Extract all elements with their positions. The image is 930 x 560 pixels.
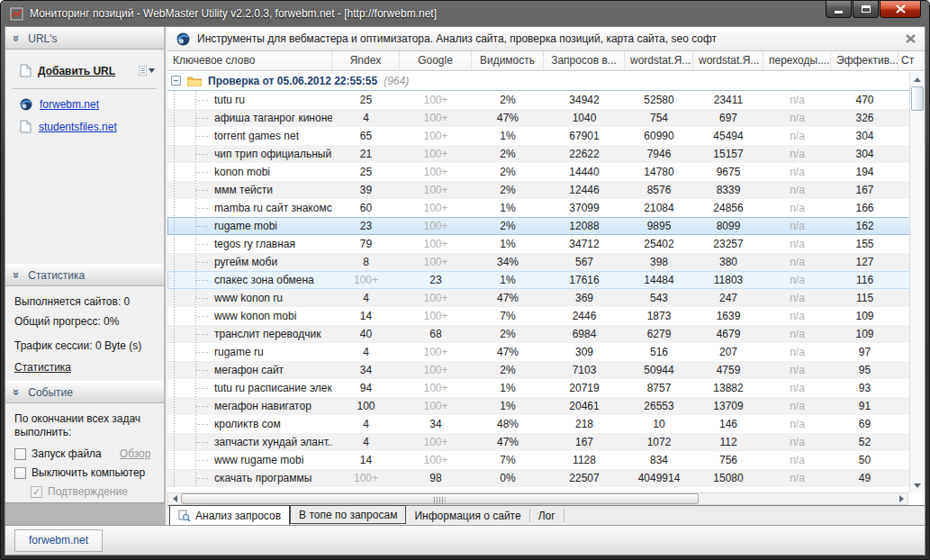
column-header[interactable]: Яndex [332,51,400,70]
table-row[interactable]: tegos ry главная79100+1%347122540223257n… [167,235,925,253]
titlebar[interactable]: Мониторинг позиций - WebMaster Utility v… [1,1,929,26]
value-cell: 95 [831,361,898,379]
urls-section-body: Добавить URL [5,50,164,264]
vertical-scroll-thumb[interactable] [911,86,924,111]
scroll-left-button[interactable] [168,493,181,504]
value-cell: 516 [625,343,693,361]
tab-site-info[interactable]: Информация о сайте [406,509,529,522]
table-row[interactable]: мегафон сайт34100+2%7103509444759n/a95 [167,361,925,379]
url-list-item[interactable]: studentsfiles.net [20,120,164,133]
value-cell: 115 [831,289,898,307]
maximize-button[interactable] [853,1,879,18]
table-row[interactable]: rugame ru4100+47%309516207n/a97 [167,343,925,361]
minimize-button[interactable] [826,1,852,18]
value-cell: 25 [332,163,400,181]
collapse-group-button[interactable]: − [171,76,181,86]
tab-query-analysis[interactable]: Анализ запросов [169,505,290,525]
value-cell: 100+ [332,469,400,487]
column-header[interactable]: Google [400,51,472,70]
table-row[interactable]: mamba ru сайт знакомств60100+1%370992108… [167,199,925,217]
column-header[interactable]: переходы.... [763,51,831,70]
events-section-header[interactable]: » Событие [5,381,164,403]
table-row[interactable]: афиша таганрог кинонео4100+47%1040754697… [167,109,925,127]
value-cell: 69 [831,415,898,433]
table-row[interactable]: мегафон навигатор100100+1%20461265531370… [167,397,925,415]
table-row[interactable]: ругейм моби8100+34%567398380n/a127 [167,253,925,271]
table-row[interactable]: rugame mobi23100+2%1208898958099n/a162 [167,217,925,235]
value-cell: 2% [472,145,544,163]
value-cell: 9675 [693,163,763,181]
value-cell: 100+ [400,217,472,235]
value-cell: n/a [763,361,831,379]
url-link[interactable]: forwebm.net [40,98,99,111]
value-cell: 15080 [693,469,763,487]
column-header[interactable]: Видимость [472,51,544,70]
shutdown-checkbox[interactable] [14,467,26,479]
column-header[interactable]: Запросов в... [544,51,625,70]
column-header[interactable]: wordstat.Я... [625,51,693,70]
value-cell: 100+ [400,379,472,397]
tab-top-by-queries[interactable]: В топе по запросам [290,505,406,524]
statusbar: forwebm.net [5,525,925,555]
value-cell: 834 [625,451,693,469]
table-row[interactable]: спакес зона обмена100+231%17616144841180… [167,271,925,289]
scroll-down-button[interactable] [910,479,925,492]
table-row[interactable]: konon mobi25100+2%14440147809675n/a194 [167,163,925,181]
keyword-cell: www konon mobi [167,307,332,325]
stat-session-traffic: Трафик сессии: 0 Byte (s) [14,339,164,352]
globe-swirl-icon [176,32,190,46]
column-header[interactable]: Ключевое слово [167,51,332,70]
column-header[interactable]: Эффектив... [831,51,898,70]
table-row[interactable]: транслит переводчик40682%698462794679n/a… [167,325,925,343]
table-row[interactable]: tutu ru расписание элек...94100+1%207198… [167,379,925,397]
statistics-link[interactable]: Статистика [14,361,71,374]
tree-connector-icon [196,442,208,443]
table-row[interactable]: ммм тейсти39100+2%1244685768339n/a167 [167,181,925,199]
value-cell: 567 [544,253,625,271]
status-site-tab[interactable]: forwebm.net [14,529,103,552]
horizontal-scrollbar[interactable] [167,492,908,505]
stats-section-header[interactable]: » Статистика [5,264,164,286]
table-row[interactable]: чип трип официальный...21100+2%226227946… [167,145,925,163]
value-cell: 34 [400,415,472,433]
close-window-button[interactable] [880,1,921,18]
left-arrow-icon [173,495,177,502]
scroll-right-button[interactable] [895,493,907,504]
table-row[interactable]: www rugame mobi14100+7%1128834756n/a50 [167,451,925,469]
add-url-menu-button[interactable] [139,66,155,76]
run-file-label: Запуск файла [32,447,102,460]
value-cell: 37099 [544,199,625,217]
keyword-cell: tutu ru [167,91,332,109]
tree-connector-icon [196,298,208,299]
table-row[interactable]: кроликтв сом43448%21810146n/a69 [167,415,925,433]
shutdown-label: Выключить компьютер [32,466,145,479]
vertical-scrollbar[interactable] [909,72,925,492]
urls-section-header[interactable]: » URL's [5,27,164,50]
tab-log[interactable]: Лог [530,509,564,522]
column-header[interactable]: wordstat.Я... [693,51,763,70]
window-title: Мониторинг позиций - WebMaster Utility v… [30,7,437,20]
url-link[interactable]: studentsfiles.net [39,121,117,133]
value-cell: 116 [831,271,898,289]
table-body: tutu ru25100+2%349425258023411n/a470афиш… [167,91,925,487]
table-row[interactable]: torrent games net65100+1%679016099045494… [167,127,925,145]
value-cell: 47% [472,433,544,451]
table-row[interactable]: запчасти хундай элант...4100+47%16710721… [167,433,925,451]
browse-link[interactable]: Обзор [120,447,151,460]
value-cell: n/a [763,451,831,469]
table-row[interactable]: www konon ru4100+47%369543247n/a115 [167,289,925,307]
table-row[interactable]: tutu ru25100+2%349425258023411n/a470 [167,91,925,109]
close-infobar-button[interactable] [906,34,916,43]
group-row[interactable]: − Проверка от 05.06.2012 22:55:55 (964) [167,71,925,91]
report-magnifier-icon [178,510,190,521]
sidebar: » URL's Добавить URL [5,27,166,525]
scroll-up-button[interactable] [910,73,925,86]
horizontal-scroll-thumb[interactable] [181,493,699,504]
column-header[interactable]: Ст [898,51,925,70]
run-file-checkbox[interactable] [14,448,26,460]
tab-label: Информация о сайте [414,510,520,522]
url-list-item[interactable]: forwebm.net [20,98,164,111]
add-url-button[interactable]: Добавить URL [38,65,132,77]
table-row[interactable]: скачать программы100+980%225074049914150… [167,469,925,487]
table-row[interactable]: www konon mobi14100+7%244618731639n/a109 [167,307,925,325]
